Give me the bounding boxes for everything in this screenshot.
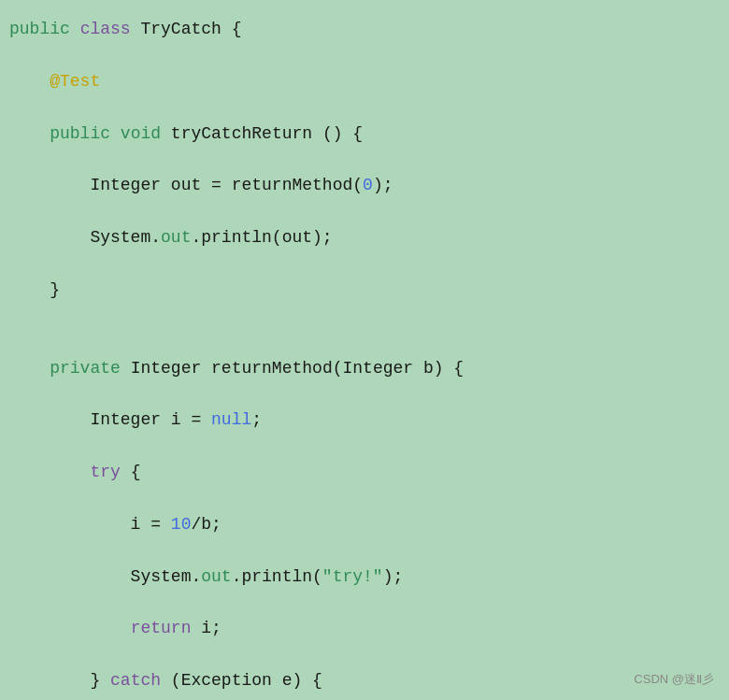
line-2: @Test [9, 69, 710, 95]
line-13: return i; [9, 616, 710, 642]
line-8: private Integer returnMethod(Integer b) … [9, 356, 710, 382]
line-3: public void tryCatchReturn () { [9, 121, 710, 148]
line-1: public class TryCatch { [9, 17, 710, 43]
code-content: public class TryCatch { @Test public voi… [9, 17, 710, 700]
line-4: Integer out = returnMethod(0); [9, 173, 710, 199]
line-12: System.out.println("try!"); [9, 564, 710, 591]
line-10: try { [9, 460, 710, 486]
line-11: i = 10/b; [9, 512, 710, 538]
line-14: } catch (Exception e) { [9, 668, 710, 694]
code-block: public class TryCatch { @Test public voi… [0, 0, 729, 700]
line-9: Integer i = null; [9, 407, 710, 434]
watermark: CSDN @迷Ⅱ彡 [634, 670, 714, 689]
line-6: } [9, 278, 710, 304]
line-5: System.out.println(out); [9, 225, 710, 251]
